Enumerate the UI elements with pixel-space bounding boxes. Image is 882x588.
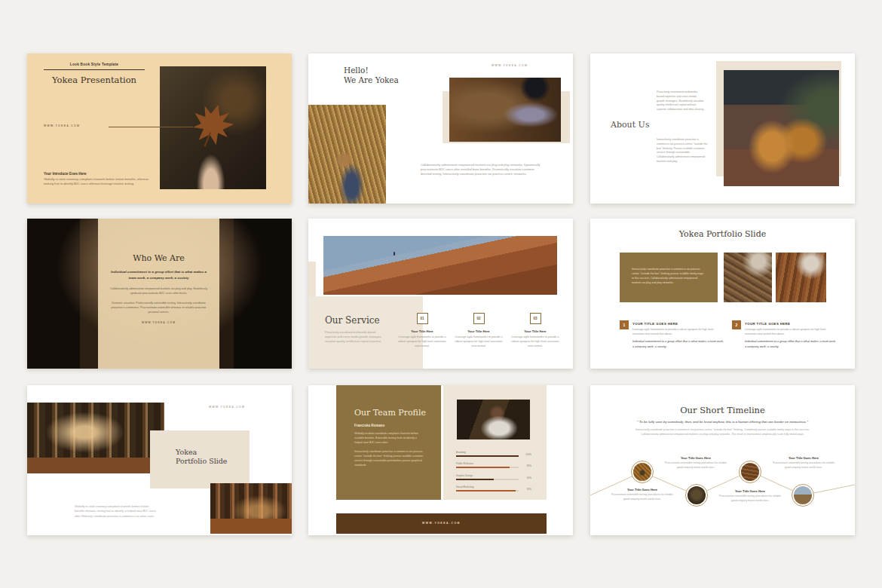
timeline-body: Interactively coordinate proactive e-com… [634,428,811,436]
portfolio-feature-text: Interactively coordinate proactive e-com… [632,267,706,286]
team-title: Our Team Profile [354,408,441,418]
slide-portfolio-grid[interactable]: Yokea Portfolio Slide Interactively coor… [590,219,855,369]
timeline-item-1-body: Procrastinate extensible testing procedu… [608,493,676,501]
skill-label: Graphic Design [456,474,531,477]
skill-track [456,490,519,492]
photo-driftwood [724,253,772,302]
timeline-item-3-body: Procrastinate extensible testing procedu… [716,495,784,503]
portfolio-photo-title-line1: Yokea [176,448,227,457]
team-member-name: Franciska Romano [354,424,441,427]
skill-percent: 85% [527,464,531,467]
who-paragraph-1: Collaboratively administrate empowered m… [109,286,209,296]
photo-cave-explorer [449,78,561,142]
team-paragraph-2: Interactively coordinate proactive e-com… [354,450,425,468]
hello-title-line2: We Are Yokea [344,75,399,85]
team-skills-list: Branding 100% Public Relations 85% Graph… [456,451,531,497]
service-item-1-number: 01 [417,313,428,324]
photo-timeline-2 [688,486,706,504]
portfolio-photo-title-line2: Portfolio Slide [176,457,227,466]
cover-website: WWW.YOKEA.COM [44,124,80,127]
portfolio-item-1-title: YOUR TITLE GOES HERE [632,322,678,326]
timeline-photo-4 [792,484,814,507]
cover-intro-heading: Your Introduce Goes Here [44,172,149,176]
timeline-item-4: Your Title Goes Here Procrastinate exten… [770,456,838,470]
timeline-item-4-body: Procrastinate extensible testing procedu… [770,461,838,470]
portfolio-photo-body: Globally re-state visionary compliant ch… [75,504,159,519]
service-item-3: 03 Your Title Here Leverage agile framew… [511,313,559,348]
portfolio-item-1-number: 1 [620,320,629,329]
portfolio-grid-title: Yokea Portfolio Slide [590,229,855,239]
skill-track [456,467,519,468]
skill-fill [456,455,519,457]
team-info-panel: Our Team Profile Franciska Romano Global… [336,385,441,500]
template-preview-board: Look Book Style Template Yokea Presentat… [0,0,882,588]
skill-graphic-design: Graphic Design 60% [456,474,531,485]
service-item-1-title: Your Title Here [398,329,446,333]
hello-body: Collaboratively administrate empowered m… [421,163,541,177]
service-item-3-number: 03 [530,313,541,324]
skill-percent: 95% [527,488,531,491]
slide-timeline[interactable]: Our Short Timeline " To be fully seen by… [590,385,855,535]
timeline-quote: " To be fully seen by somebody, then, an… [613,420,832,424]
who-website: WWW.YOKEA.COM [107,321,210,324]
skill-fill [456,479,494,480]
dune-walker-figure [394,252,395,256]
photo-timeline-4 [794,486,812,504]
timeline-item-3: Your Title Goes Here Procrastinate exten… [716,489,784,503]
portfolio-feature-block: Interactively coordinate proactive e-com… [620,253,718,302]
slide-team-profile[interactable]: Our Team Profile Franciska Romano Global… [308,385,573,535]
photo-timber [776,253,826,302]
skill-percent: 100% [525,453,531,456]
cover-divider [44,69,145,70]
portfolio-photo-card: Yokea Portfolio Slide [150,430,250,488]
timeline-item-2: Your Title Goes Here Procrastinate exten… [662,456,730,470]
cover-intro: Your Introduce Goes Here Globally re-sta… [44,172,149,187]
who-title: Who We Are [107,253,210,263]
slide-about-us[interactable]: About Us Proactively envisioned multimed… [590,54,855,204]
slide-who-we-are[interactable]: Who We Are Individual commitment to a gr… [27,219,292,369]
service-item-2-title: Your Title Here [455,329,503,333]
hello-title-line1: Hello! [344,66,399,75]
about-paragraph-1: Proactively envisioned multimedia based … [657,90,705,112]
service-item-1: 01 Your Title Here Leverage agile framew… [398,313,446,348]
skill-fill [456,490,516,492]
service-body: Proactively visualized multimedia based … [325,330,384,344]
skill-track [456,479,519,480]
slide-cover[interactable]: Look Book Style Template Yokea Presentat… [27,54,292,204]
slide-portfolio-photo[interactable]: WWW.YOKEA.COM Yokea Portfolio Slide Glob… [27,385,292,535]
timeline-item-1: Your Title Goes Here Procrastinate exten… [608,488,676,501]
slide-our-service[interactable]: Our Service Proactively visualized multi… [308,219,573,369]
service-item-2-body: Leverage agile frameworks to provide a r… [455,335,503,348]
slide-hello[interactable]: Hello! We Are Yokea WWW.YOKEA.COM Collab… [308,54,573,204]
portfolio-item-1-quote: Individual commitment to a group effort … [632,339,724,350]
skill-label: Branding [456,451,531,454]
photo-forest-walker [210,483,292,534]
timeline-item-4-title: Your Title Goes Here [770,456,838,460]
timeline-photo-2 [685,484,708,507]
about-title: About Us [611,120,650,130]
service-item-3-title: Your Title Here [511,329,559,333]
timeline-item-2-title: Your Title Goes Here [662,456,730,460]
skill-label: Public Relations [456,462,531,465]
portfolio-photo-website: WWW.YOKEA.COM [209,406,245,409]
who-paragraph-2: Dramatic visualize. Professionally exten… [109,301,209,314]
skill-fill [456,467,510,468]
portfolio-item-2-title: YOUR TITLE GOES HERE [745,322,790,326]
hello-website: WWW.YOKEA.COM [492,64,528,67]
photo-leather-boots [724,70,839,186]
cover-accent-line [109,127,193,127]
photo-desert-dune [323,236,557,295]
skill-track [456,455,519,457]
who-panel: Who We Are Individual commitment to a gr… [98,219,219,369]
service-item-2-number: 02 [473,313,485,324]
service-item-3-body: Leverage agile frameworks to provide a r… [511,335,559,348]
team-footer-bar: WWW.YOKEA.COM [336,513,547,534]
portfolio-photo-title: Yokea Portfolio Slide [176,448,227,467]
service-title: Our Service [325,315,380,326]
who-quote: Individual commitment to a group effort … [110,269,207,281]
about-paragraph-2: Interactively coordinate proactive e-com… [657,138,708,164]
skill-label: Social Marketing [456,485,531,488]
photo-team-member [457,400,530,439]
photo-forest-pines [27,403,164,473]
skill-percent: 60% [527,476,531,479]
